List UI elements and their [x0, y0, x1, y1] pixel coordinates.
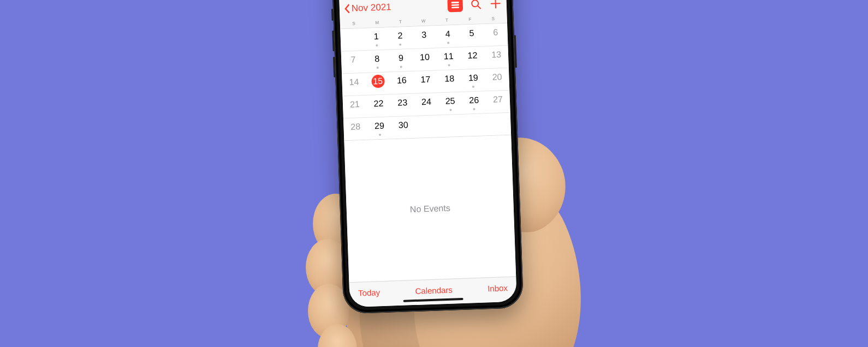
chevron-left-icon: [344, 4, 351, 14]
phone-screen: Nov 2021: [338, 0, 517, 307]
view-mode-button[interactable]: [447, 0, 463, 13]
events-area: No Events: [344, 135, 516, 283]
day-number: 20: [490, 70, 504, 84]
weekday-label: T: [435, 17, 459, 23]
bottom-toolbar: Today Calendars Inbox: [349, 276, 516, 307]
today-button[interactable]: Today: [358, 288, 381, 297]
weekday-label: S: [342, 21, 366, 26]
plus-icon: [490, 0, 501, 9]
volume-down-button: [333, 57, 335, 77]
calendars-button[interactable]: Calendars: [415, 285, 453, 296]
svg-line-10: [491, 3, 500, 4]
day-cell-empty: [340, 28, 365, 51]
day-cell[interactable]: 19: [461, 69, 486, 92]
day-cell[interactable]: 7: [341, 51, 366, 74]
day-cell[interactable]: 23: [390, 94, 415, 117]
day-cell[interactable]: 21: [343, 95, 367, 118]
no-events-label: No Events: [410, 203, 450, 214]
day-cell[interactable]: 30: [391, 116, 415, 139]
event-dot-icon: [379, 134, 381, 136]
day-cell-empty: [415, 115, 439, 138]
event-dot-icon: [376, 44, 378, 46]
day-number: 4: [441, 27, 455, 41]
event-dot-icon: [449, 109, 451, 111]
day-cell[interactable]: 14: [342, 73, 366, 96]
day-cell[interactable]: 5: [460, 24, 484, 47]
day-number: 22: [372, 97, 385, 111]
day-number: 14: [347, 75, 361, 89]
day-cell[interactable]: 6: [483, 23, 508, 46]
day-number: 12: [466, 49, 479, 63]
day-number: 26: [467, 94, 481, 107]
day-number: 29: [373, 119, 387, 133]
day-cell[interactable]: 26: [462, 91, 486, 114]
day-number: 3: [417, 28, 431, 42]
day-cell[interactable]: 25: [438, 92, 462, 115]
day-cell[interactable]: 28: [343, 118, 368, 141]
day-cell[interactable]: 13: [484, 46, 509, 69]
day-number: 30: [396, 118, 410, 132]
day-cell[interactable]: 1: [364, 27, 389, 50]
event-dot-icon: [472, 86, 474, 88]
day-number: 8: [370, 52, 384, 66]
day-cell[interactable]: 2: [388, 27, 413, 50]
day-number: 18: [443, 72, 456, 86]
day-cell[interactable]: 4: [436, 25, 460, 48]
svg-rect-6: [451, 7, 459, 8]
search-button[interactable]: [469, 0, 483, 11]
day-cell[interactable]: 24: [414, 93, 439, 116]
event-dot-icon: [376, 67, 378, 69]
day-number: 10: [418, 51, 432, 64]
search-icon: [470, 0, 481, 10]
back-button[interactable]: Nov 2021: [344, 0, 448, 14]
day-cell-empty: [486, 113, 511, 136]
day-cell[interactable]: 12: [460, 46, 485, 69]
svg-point-3: [318, 324, 357, 347]
day-cell[interactable]: 22: [366, 94, 391, 117]
day-cell[interactable]: 29: [367, 117, 392, 140]
day-number: 19: [467, 71, 480, 85]
weekday-label: F: [458, 16, 481, 22]
day-number: 9: [394, 51, 408, 65]
day-number: 1: [370, 30, 383, 44]
day-number: 7: [347, 53, 360, 67]
add-event-button[interactable]: [489, 0, 502, 10]
svg-line-8: [478, 6, 480, 9]
mute-switch: [331, 9, 334, 21]
weekday-label: T: [389, 19, 412, 25]
day-cell[interactable]: 10: [413, 48, 437, 71]
day-cell[interactable]: 20: [485, 68, 509, 91]
day-cell[interactable]: 18: [437, 70, 462, 93]
month-grid: 1234567891011121314151617181920212223242…: [340, 23, 511, 141]
day-cell[interactable]: 9: [389, 49, 413, 72]
day-cell[interactable]: 3: [412, 26, 436, 49]
day-number: 16: [395, 74, 408, 87]
svg-rect-5: [451, 4, 459, 6]
day-cell[interactable]: 27: [486, 91, 510, 113]
day-cell[interactable]: 17: [413, 70, 438, 93]
event-dot-icon: [447, 42, 449, 44]
day-cell[interactable]: 8: [365, 50, 389, 73]
phone-frame: Nov 2021: [331, 0, 524, 314]
weekday-label: W: [412, 18, 435, 23]
weekday-label: S: [481, 16, 505, 21]
day-number: 28: [349, 120, 362, 134]
svg-rect-4: [451, 2, 459, 3]
day-number: 13: [490, 48, 503, 62]
event-dot-icon: [400, 66, 402, 68]
day-cell[interactable]: 16: [389, 71, 414, 94]
volume-up-button: [332, 31, 334, 51]
day-number: 25: [443, 94, 457, 108]
day-number: 2: [394, 29, 407, 43]
day-number: 17: [419, 73, 432, 87]
day-cell[interactable]: 11: [436, 47, 461, 70]
inbox-button[interactable]: Inbox: [487, 283, 508, 293]
day-number: 15: [371, 75, 385, 88]
day-number: 23: [396, 96, 409, 110]
event-dot-icon: [448, 64, 450, 66]
day-number: 6: [489, 26, 502, 39]
day-cell[interactable]: 15: [366, 72, 390, 95]
power-button: [514, 35, 517, 68]
day-number: 24: [420, 95, 433, 109]
list-view-icon: [451, 1, 460, 9]
